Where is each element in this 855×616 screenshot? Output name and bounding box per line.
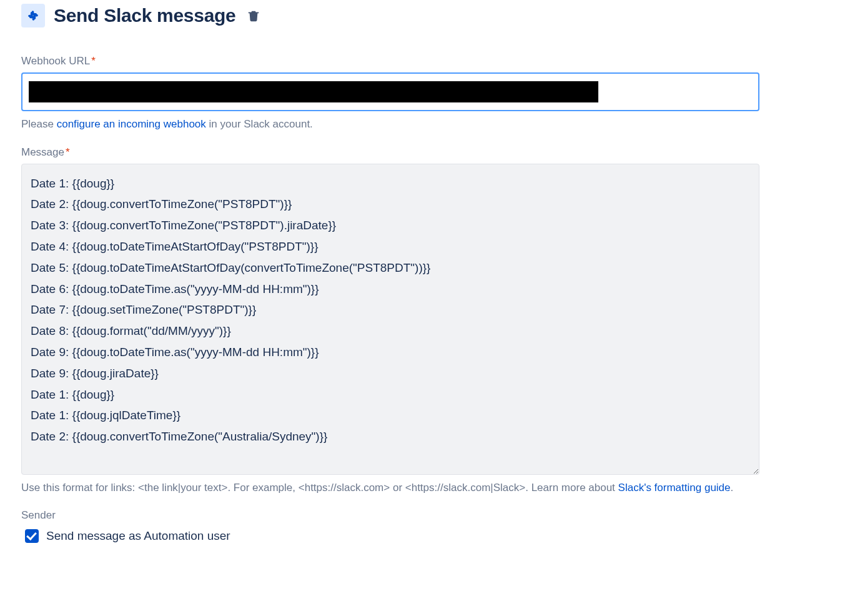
webhook-url-input[interactable]	[21, 72, 759, 111]
message-help-suffix: .	[731, 482, 734, 494]
slack-icon	[21, 4, 45, 27]
message-label-text: Message	[21, 146, 64, 158]
required-asterisk: *	[91, 55, 96, 67]
webhook-url-redacted	[29, 81, 598, 102]
message-help-text: Use this format for links: <the link|you…	[21, 480, 834, 496]
message-label: Message*	[21, 146, 834, 159]
webhook-help-suffix: in your Slack account.	[206, 118, 313, 130]
required-asterisk: *	[66, 146, 70, 158]
send-as-automation-checkbox[interactable]	[25, 529, 39, 543]
webhook-help-prefix: Please	[21, 118, 57, 130]
configure-webhook-link[interactable]: configure an incoming webhook	[57, 118, 206, 130]
message-help-prefix: Use this format for links: <the link|you…	[21, 482, 618, 494]
page-title: Send Slack message	[54, 5, 235, 26]
slack-formatting-guide-link[interactable]: Slack's formatting guide	[618, 482, 731, 494]
trash-icon	[247, 9, 260, 22]
sender-label: Sender	[21, 509, 834, 522]
webhook-url-label: Webhook URL*	[21, 55, 834, 67]
webhook-url-label-text: Webhook URL	[21, 55, 90, 67]
send-as-automation-label[interactable]: Send message as Automation user	[46, 529, 230, 543]
message-textarea[interactable]: Date 1: {{doug}} Date 2: {{doug.convertT…	[21, 164, 759, 475]
delete-button[interactable]	[244, 6, 263, 25]
webhook-help-text: Please configure an incoming webhook in …	[21, 116, 834, 132]
